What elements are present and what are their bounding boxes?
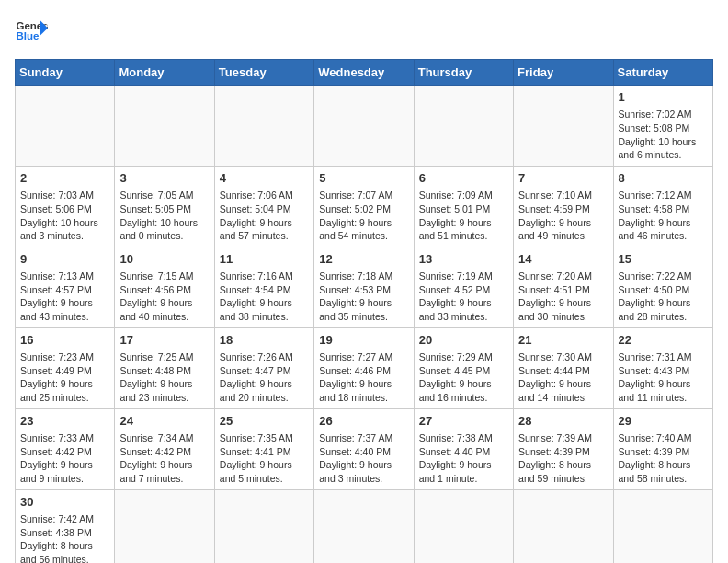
calendar-cell: 22Sunrise: 7:31 AM Sunset: 4:43 PM Dayli… [613,327,712,408]
calendar-cell: 5Sunrise: 7:07 AM Sunset: 5:02 PM Daylig… [314,166,414,247]
day-number: 26 [319,413,408,430]
calendar-cell: 21Sunrise: 7:30 AM Sunset: 4:44 PM Dayli… [514,327,613,408]
calendar-cell: 8Sunrise: 7:12 AM Sunset: 4:58 PM Daylig… [613,166,712,247]
day-info: Sunrise: 7:33 AM Sunset: 4:42 PM Dayligh… [20,431,109,486]
weekday-header-wednesday: Wednesday [314,60,414,86]
calendar-table: SundayMondayTuesdayWednesdayThursdayFrid… [15,59,713,563]
calendar-cell [314,86,414,167]
weekday-header-tuesday: Tuesday [214,60,313,86]
svg-text:Blue: Blue [16,30,40,41]
calendar-cell: 26Sunrise: 7:37 AM Sunset: 4:40 PM Dayli… [314,408,414,489]
day-number: 24 [119,413,209,430]
calendar-cell: 10Sunrise: 7:15 AM Sunset: 4:56 PM Dayli… [115,247,214,327]
day-number: 28 [518,413,608,430]
calendar-cell [514,489,613,563]
day-number: 18 [220,332,309,349]
day-info: Sunrise: 7:38 AM Sunset: 4:40 PM Dayligh… [419,431,508,486]
calendar-week-3: 9Sunrise: 7:13 AM Sunset: 4:57 PM Daylig… [16,247,713,327]
day-info: Sunrise: 7:37 AM Sunset: 4:40 PM Dayligh… [319,431,408,486]
calendar-cell [514,86,613,167]
calendar-cell [613,489,712,563]
day-info: Sunrise: 7:23 AM Sunset: 4:49 PM Dayligh… [20,350,109,405]
calendar-cell: 7Sunrise: 7:10 AM Sunset: 4:59 PM Daylig… [514,166,613,247]
day-info: Sunrise: 7:30 AM Sunset: 4:44 PM Dayligh… [518,350,608,405]
day-info: Sunrise: 7:27 AM Sunset: 4:46 PM Dayligh… [319,350,408,405]
day-info: Sunrise: 7:03 AM Sunset: 5:06 PM Dayligh… [20,189,109,243]
day-number: 5 [319,170,408,187]
calendar-cell: 29Sunrise: 7:40 AM Sunset: 4:39 PM Dayli… [613,408,712,489]
weekday-header-thursday: Thursday [414,60,513,86]
calendar-cell: 27Sunrise: 7:38 AM Sunset: 4:40 PM Dayli… [414,408,513,489]
day-info: Sunrise: 7:34 AM Sunset: 4:42 PM Dayligh… [119,431,209,486]
day-number: 11 [220,251,309,268]
calendar-cell: 6Sunrise: 7:09 AM Sunset: 5:01 PM Daylig… [414,166,513,247]
day-info: Sunrise: 7:12 AM Sunset: 4:58 PM Dayligh… [619,189,708,243]
day-number: 14 [518,251,608,268]
calendar-week-4: 16Sunrise: 7:23 AM Sunset: 4:49 PM Dayli… [16,327,713,408]
calendar-cell: 24Sunrise: 7:34 AM Sunset: 4:42 PM Dayli… [115,408,214,489]
day-info: Sunrise: 7:07 AM Sunset: 5:02 PM Dayligh… [319,189,408,243]
day-number: 3 [119,170,209,187]
day-info: Sunrise: 7:10 AM Sunset: 4:59 PM Dayligh… [518,189,608,243]
day-info: Sunrise: 7:25 AM Sunset: 4:48 PM Dayligh… [119,350,209,405]
day-number: 13 [419,251,508,268]
calendar-cell: 4Sunrise: 7:06 AM Sunset: 5:04 PM Daylig… [214,166,313,247]
day-info: Sunrise: 7:39 AM Sunset: 4:39 PM Dayligh… [518,431,608,486]
calendar-week-1: 1Sunrise: 7:02 AM Sunset: 5:08 PM Daylig… [16,86,713,167]
day-number: 23 [20,413,109,430]
day-info: Sunrise: 7:09 AM Sunset: 5:01 PM Dayligh… [419,189,508,243]
day-number: 30 [20,494,109,511]
calendar-cell: 2Sunrise: 7:03 AM Sunset: 5:06 PM Daylig… [16,166,115,247]
weekday-header-saturday: Saturday [613,60,712,86]
calendar-cell [314,489,414,563]
day-number: 27 [419,413,508,430]
day-info: Sunrise: 7:35 AM Sunset: 4:41 PM Dayligh… [220,431,309,486]
day-number: 15 [619,251,708,268]
calendar-cell: 1Sunrise: 7:02 AM Sunset: 5:08 PM Daylig… [613,86,712,167]
day-info: Sunrise: 7:40 AM Sunset: 4:39 PM Dayligh… [619,431,708,486]
calendar-cell: 23Sunrise: 7:33 AM Sunset: 4:42 PM Dayli… [16,408,115,489]
day-info: Sunrise: 7:13 AM Sunset: 4:57 PM Dayligh… [20,270,109,324]
day-number: 10 [119,251,209,268]
day-number: 22 [619,332,708,349]
calendar-cell [16,86,115,167]
calendar-cell: 11Sunrise: 7:16 AM Sunset: 4:54 PM Dayli… [214,247,313,327]
calendar-week-6: 30Sunrise: 7:42 AM Sunset: 4:38 PM Dayli… [16,489,713,563]
logo: General Blue [15,15,48,48]
weekday-header-friday: Friday [514,60,613,86]
day-number: 20 [419,332,508,349]
calendar-cell: 17Sunrise: 7:25 AM Sunset: 4:48 PM Dayli… [115,327,214,408]
day-number: 6 [419,170,508,187]
day-info: Sunrise: 7:06 AM Sunset: 5:04 PM Dayligh… [220,189,309,243]
day-number: 4 [220,170,309,187]
day-info: Sunrise: 7:19 AM Sunset: 4:52 PM Dayligh… [419,270,508,324]
calendar-cell: 18Sunrise: 7:26 AM Sunset: 4:47 PM Dayli… [214,327,313,408]
day-info: Sunrise: 7:29 AM Sunset: 4:45 PM Dayligh… [419,350,508,405]
day-info: Sunrise: 7:18 AM Sunset: 4:53 PM Dayligh… [319,270,408,324]
day-number: 1 [619,89,708,106]
calendar-cell [214,489,313,563]
day-info: Sunrise: 7:26 AM Sunset: 4:47 PM Dayligh… [220,350,309,405]
calendar-cell: 19Sunrise: 7:27 AM Sunset: 4:46 PM Dayli… [314,327,414,408]
weekday-header-row: SundayMondayTuesdayWednesdayThursdayFrid… [16,60,713,86]
day-number: 7 [518,170,608,187]
calendar-cell: 14Sunrise: 7:20 AM Sunset: 4:51 PM Dayli… [514,247,613,327]
day-info: Sunrise: 7:20 AM Sunset: 4:51 PM Dayligh… [518,270,608,324]
calendar-cell: 16Sunrise: 7:23 AM Sunset: 4:49 PM Dayli… [16,327,115,408]
day-number: 21 [518,332,608,349]
day-info: Sunrise: 7:16 AM Sunset: 4:54 PM Dayligh… [220,270,309,324]
day-info: Sunrise: 7:15 AM Sunset: 4:56 PM Dayligh… [119,270,209,324]
page-header: General Blue [15,15,713,48]
calendar-cell: 13Sunrise: 7:19 AM Sunset: 4:52 PM Dayli… [414,247,513,327]
day-number: 8 [619,170,708,187]
calendar-cell [214,86,313,167]
day-number: 2 [20,170,109,187]
day-number: 9 [20,251,109,268]
day-info: Sunrise: 7:42 AM Sunset: 4:38 PM Dayligh… [20,512,109,563]
calendar-cell [414,86,513,167]
day-number: 16 [20,332,109,349]
day-info: Sunrise: 7:02 AM Sunset: 5:08 PM Dayligh… [619,108,708,162]
day-number: 25 [220,413,309,430]
calendar-cell: 9Sunrise: 7:13 AM Sunset: 4:57 PM Daylig… [16,247,115,327]
calendar-cell: 30Sunrise: 7:42 AM Sunset: 4:38 PM Dayli… [16,489,115,563]
